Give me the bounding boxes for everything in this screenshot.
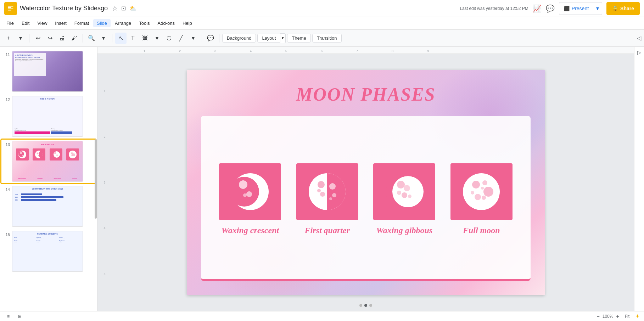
comment-button[interactable]: 💬 (205, 33, 216, 44)
toolbar-separator-1 (29, 34, 29, 43)
canvas-area: 1 2 3 4 5 6 7 8 9 1 2 3 4 5 (97, 47, 634, 311)
list-view-button[interactable]: ≡ (4, 313, 12, 320)
cursor-tool[interactable]: ↖ (115, 33, 127, 44)
share-button[interactable]: 🔒 Share (606, 2, 640, 15)
right-panel-collapse[interactable]: ▷ (634, 47, 644, 311)
thumb11-title: A PICTURE ALWAYS REINFORCES THE CONCEPT (15, 54, 44, 58)
menu-format[interactable]: Format (71, 19, 93, 27)
moon-item-full-moon[interactable]: Full moon (450, 163, 513, 235)
image-tool[interactable]: 🖼 (139, 33, 151, 44)
present-dropdown-arrow[interactable]: ▾ (593, 2, 602, 15)
svg-point-30 (397, 181, 405, 188)
svg-point-41 (471, 191, 474, 195)
moon-item-waxing-gibbous[interactable]: Waxing gibbous (373, 163, 435, 235)
present-button[interactable]: ⬛ Present ▾ (559, 2, 602, 15)
add-slide-dropdown[interactable]: ▾ (15, 33, 26, 44)
zoom-level[interactable]: 100% (603, 314, 614, 319)
menu-insert[interactable]: Insert (51, 19, 70, 27)
moon-item-waxing-crescent[interactable]: Waxing crescent (219, 163, 281, 235)
star-icon[interactable]: ☆ (112, 5, 118, 12)
thumb12-title: THIS IS A GRAPH (12, 98, 83, 100)
zoom-button[interactable]: 🔍 (86, 33, 97, 44)
line-dropdown[interactable]: ▾ (187, 33, 199, 44)
slide-thumbnail-14[interactable]: 14 COMPATIBILITY WITH OTHER SIGNS 30% 85… (1, 185, 96, 228)
menu-edit[interactable]: Edit (18, 19, 33, 27)
toolbar-actions-group: ＋ ▾ (3, 33, 26, 44)
vruler-2: 2 (103, 135, 105, 139)
title-icons: ☆ ⊡ ⛅ (112, 5, 136, 12)
add-slide-button[interactable]: ＋ (3, 33, 14, 44)
menu-addons[interactable]: Add-ons (154, 19, 178, 27)
svg-point-20 (243, 193, 247, 197)
doc-title[interactable]: Watercolor Texture by Slidesgo (20, 5, 108, 12)
layout-dropdown-arrow[interactable]: ▾ (280, 33, 286, 43)
ruler-mark-7: 7 (356, 49, 358, 53)
sidebar-scrollbar-thumb[interactable] (95, 139, 97, 219)
svg-point-42 (481, 187, 484, 190)
assistant-icon[interactable]: ✦ (635, 313, 640, 320)
transition-button[interactable]: Transition (312, 34, 342, 43)
nav-dot-3[interactable] (369, 304, 372, 307)
moon-icon-full-moon (450, 163, 513, 220)
zoom-in-icon[interactable]: + (616, 314, 619, 319)
text-box-tool[interactable]: T (127, 33, 139, 44)
image-dropdown[interactable]: ▾ (151, 33, 163, 44)
menu-slide[interactable]: Slide (93, 19, 111, 27)
slide-title[interactable]: MOON PHASES (187, 84, 545, 105)
layout-button-group: Layout ▾ (257, 33, 286, 43)
zoom-dropdown[interactable]: ▾ (98, 33, 109, 44)
menu-arrange[interactable]: Arrange (111, 19, 135, 27)
svg-point-37 (482, 180, 487, 185)
moon-label-full-moon: Full moon (463, 226, 500, 235)
slide-thumbnail-11[interactable]: 11 A PICTURE ALWAYS REINFORCES THE CONCE… (1, 50, 96, 93)
zoom-out-icon[interactable]: − (597, 314, 600, 319)
moon-icon-first-quarter (296, 163, 358, 220)
background-button[interactable]: Background (222, 34, 256, 43)
undo-button[interactable]: ↩ (32, 33, 44, 44)
svg-point-31 (402, 192, 407, 198)
menu-view[interactable]: View (34, 19, 51, 27)
slide-canvas-wrapper[interactable]: 1 2 3 4 5 MOON PHASES (97, 54, 634, 311)
moon-item-first-quarter[interactable]: First quarter (296, 163, 358, 235)
zoom-group: 🔍 ▾ (86, 33, 109, 44)
slide-preview-14: COMPATIBILITY WITH OTHER SIGNS 30% 85% 8… (12, 186, 83, 227)
svg-point-19 (246, 191, 252, 197)
comments-icon[interactable]: 💬 (546, 4, 555, 13)
nav-dot-1[interactable] (359, 304, 362, 307)
slide-thumbnail-15[interactable]: 15 REVIEWING CONCEPTS Piscessome content… (1, 230, 96, 273)
folder-icon[interactable]: ⊡ (121, 5, 126, 12)
svg-point-6 (37, 153, 39, 154)
menu-file[interactable]: File (3, 19, 17, 27)
present-label[interactable]: ⬛ Present (559, 6, 593, 11)
svg-point-9 (54, 151, 60, 158)
svg-point-15 (71, 155, 73, 156)
theme-button[interactable]: Theme (287, 34, 310, 43)
line-tool[interactable]: ╱ (175, 33, 187, 44)
thumb15-title: REVIEWING CONCEPTS (12, 233, 83, 235)
menu-help[interactable]: Help (179, 19, 196, 27)
svg-point-29 (392, 176, 424, 207)
shapes-tool[interactable]: ⬡ (163, 33, 175, 44)
moon-label-waxing-crescent: Waxing crescent (221, 226, 279, 235)
ruler-mark-1: 1 (144, 49, 145, 53)
expand-panel-icon[interactable]: ▷ (637, 50, 641, 55)
moon-phases-container[interactable]: Waxing crescent (201, 116, 531, 281)
nav-dot-2[interactable] (364, 304, 367, 307)
activity-icon[interactable]: 📈 (533, 4, 542, 13)
slide-canvas[interactable]: MOON PHASES (187, 70, 545, 295)
ruler-mark-9: 9 (427, 49, 429, 53)
collapse-panel-icon[interactable]: ◁ (637, 35, 641, 41)
redo-button[interactable]: ↪ (44, 33, 56, 44)
toolbar-separator-2 (83, 34, 83, 43)
fit-button[interactable]: Fit (622, 313, 632, 320)
layout-button[interactable]: Layout (257, 34, 280, 43)
slide-preview-13: MOON PHASES (12, 141, 83, 182)
paint-format-button[interactable]: 🖌 (68, 33, 80, 44)
slide-thumbnail-13[interactable]: 13 MOON PHASES (1, 140, 96, 183)
menu-tools[interactable]: Tools (135, 19, 153, 27)
print-button[interactable]: 🖨 (56, 33, 68, 44)
slide-thumbnail-12[interactable]: 12 THIS IS A GRAPH Jupiter is the larges… (1, 95, 96, 138)
svg-point-35 (463, 173, 500, 210)
grid-view-button[interactable]: ⊞ (15, 313, 24, 320)
cloud-icon[interactable]: ⛅ (129, 5, 136, 12)
